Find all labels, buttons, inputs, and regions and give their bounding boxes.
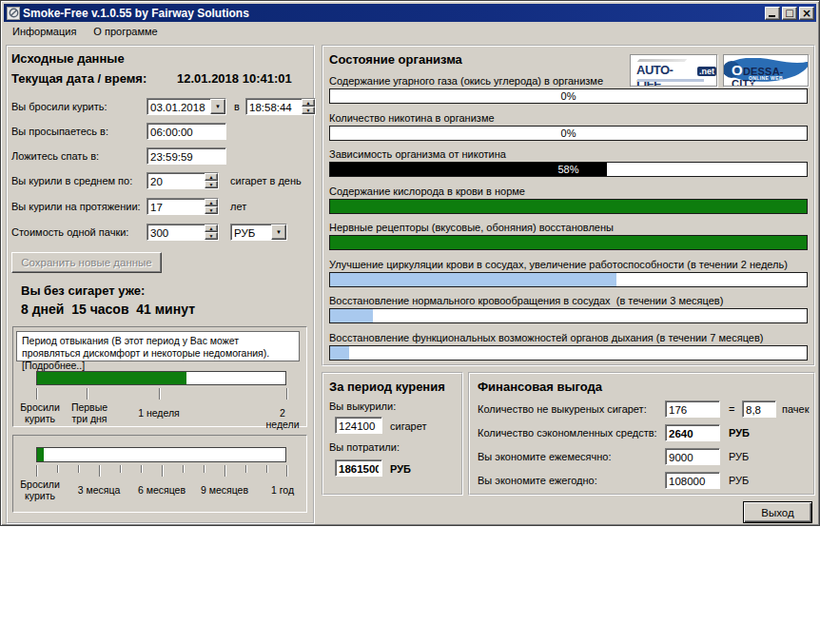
progress-value [330,346,807,360]
avg-cigarettes-input[interactable] [147,173,205,188]
tick-mark [78,465,79,473]
spin-down-button[interactable]: ▼ [302,107,315,114]
spent-amount-field[interactable] [335,459,382,477]
progress-value: 0% [330,89,807,103]
withdrawal-note[interactable]: Период отвыкания (В этот период у Вас мо… [16,331,300,361]
currency-input[interactable] [231,224,271,240]
tick-mark [159,388,160,400]
years-smoked-label: Вы курили на протяжении: [11,201,141,212]
quit-time-input[interactable] [246,99,302,114]
without-cigarettes-header: Вы без сигарет уже: [21,283,145,298]
window-title: Smoke-Free v.1.0.55 by Fairway Solutions [23,7,763,20]
close-button[interactable]: × [799,7,814,20]
menu-about[interactable]: О программе [86,24,165,41]
not-smoked-field[interactable] [665,400,720,418]
spin-up-button[interactable]: ▲ [302,99,315,107]
spent-unit-label: РУБ [390,463,411,475]
status-row-circulation: Улучшение циркуляции крови в сосудах, ув… [329,259,808,290]
progress-value [330,309,807,322]
packs-input[interactable] [743,401,775,417]
quit-time-spin-buttons: ▲ ▼ [302,99,315,114]
initial-data-groupbox: Исходные данные Текущая дата / время: 12… [6,45,315,524]
smoked-count-input[interactable] [336,418,381,433]
at-label: в [234,101,240,112]
menu-information[interactable]: Информация [5,24,84,41]
progress-value [330,236,807,249]
status-row-nicotine: Количество никотина в организме 0% [329,112,808,144]
quit-date-combobox[interactable]: ▼ [146,98,226,115]
status-row-oxygen: Содержание кислорода в крови в норме [329,185,808,217]
years-smoked-spinner[interactable]: ▲ ▼ [146,198,219,215]
not-smoked-label: Количество не выкуреных сигарет: [478,403,647,415]
status-progressbar [329,235,808,250]
spin-down-button[interactable]: ▼ [205,232,218,240]
status-row-respiratory: Восстановление функциональных возможност… [329,332,808,363]
spin-up-button[interactable]: ▲ [205,199,218,206]
body-state-title: Состояние организма [329,52,462,67]
saved-funds-input[interactable] [666,425,719,440]
smoked-count-field[interactable] [335,417,382,434]
saved-funds-label: Количество сэкономленных средств: [478,427,657,439]
monthly-savings-field[interactable] [665,448,720,465]
without-cigarettes-duration: 8 дней 15 часов 41 минут [21,302,195,317]
currency-combobox[interactable]: ▼ [230,224,287,241]
year-progress-panel: Бросили курить 3 месяца 6 месяцев 9 меся… [12,435,307,513]
minimize-button[interactable] [765,7,780,20]
tick-mark-major [36,465,37,477]
pack-price-input[interactable] [147,224,205,240]
quit-time-spinner[interactable]: ▲ ▼ [245,98,316,115]
spent-amount-input[interactable] [336,460,381,476]
sleep-time-input[interactable] [147,148,225,164]
packs-field[interactable] [742,400,776,418]
progress-fill [37,448,44,461]
tick-label-9-months: 9 месяцев [201,484,248,496]
tick-mark [87,388,88,400]
tick-mark-major [99,465,100,477]
yearly-savings-input[interactable] [666,473,719,488]
app-window: Smoke-Free v.1.0.55 by Fairway Solutions… [0,0,820,526]
saved-funds-field[interactable] [665,424,720,441]
sleep-time-field[interactable] [146,147,226,165]
arrow-down-icon: ▼ [209,208,214,212]
status-row-receptors: Нервные рецепторы (вкусовые, обоняния) в… [329,222,808,253]
wake-time-field[interactable] [146,123,226,140]
currency-dropdown-button[interactable]: ▼ [271,224,286,240]
chevron-down-icon: ▼ [276,229,282,235]
tick-mark [245,465,246,473]
tick-mark [36,388,37,400]
maximize-button[interactable]: □ [782,7,797,20]
status-label: Содержание угарного газа (окись углерода… [329,75,603,87]
tick-mark [57,465,58,473]
save-new-data-button[interactable]: Сохранить новые данные [11,252,162,273]
quit-date-input[interactable] [147,99,210,114]
wake-time-input[interactable] [147,124,225,139]
spin-down-button[interactable]: ▼ [205,206,218,214]
avg-cigarettes-spinner[interactable]: ▲ ▼ [146,172,219,189]
tick-label-3-months: 3 месяца [78,484,121,496]
status-label: Улучшение циркуляции крови в сосудах, ув… [329,259,788,270]
packs-unit-label: пачек [782,403,810,415]
body-state-groupbox: Состояние организма AUTO-LIFE .net ODESS… [322,45,815,366]
pack-price-spinner[interactable]: ▲ ▼ [146,224,219,241]
status-progressbar [329,272,808,287]
spin-up-button[interactable]: ▲ [205,224,218,232]
current-datetime-label: Текущая дата / время: [11,71,146,86]
two-week-progressbar [36,371,286,385]
sleep-label: Ложитесь спать в: [11,150,99,162]
tick-label-1-year: 1 год [271,484,294,496]
yearly-savings-field[interactable] [665,472,720,489]
progress-value: 0% [330,127,807,140]
wake-label: Вы просыпаетесь в: [11,126,108,137]
years-smoked-input[interactable] [147,199,205,214]
quit-date-dropdown-button[interactable]: ▼ [210,99,225,114]
spin-down-button[interactable]: ▼ [205,181,218,188]
exit-button[interactable]: Выход [743,501,812,523]
tick-label-first-three-days: Первые три дня [71,401,107,424]
chevron-down-icon: ▼ [215,104,221,109]
minimize-icon [769,15,775,17]
avg-spin-buttons: ▲ ▼ [205,173,218,188]
monthly-savings-input[interactable] [666,449,719,464]
not-smoked-input[interactable] [666,401,719,417]
pack-price-label: Стоимость одной пачки: [11,226,128,238]
spin-up-button[interactable]: ▲ [205,173,218,181]
